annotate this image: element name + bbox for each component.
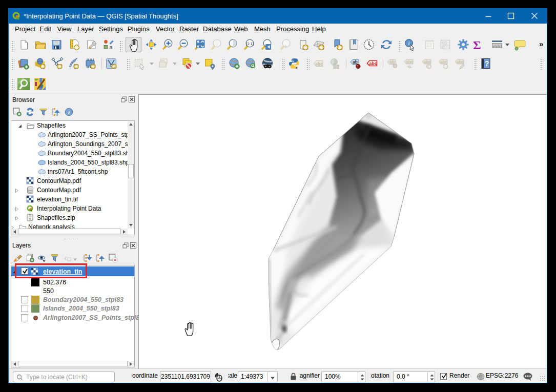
svg-text:?: ? [485, 59, 489, 68]
svg-text:abc: abc [457, 59, 464, 65]
svg-text:ab: ab [389, 59, 395, 65]
svg-text:abc: abc [315, 61, 323, 67]
svg-text:a: a [110, 44, 113, 50]
svg-text:abc: abc [406, 59, 414, 65]
svg-text:ε: ε [65, 254, 67, 261]
svg-text:abc: abc [440, 59, 448, 65]
svg-text:i: i [68, 110, 70, 115]
svg-text:abc: abc [369, 61, 377, 66]
svg-text:abc: abc [424, 59, 431, 65]
svg-text:ab: ab [353, 59, 358, 65]
svg-text:(1:1): (1:1) [246, 42, 254, 46]
svg-text:i: i [408, 40, 409, 46]
